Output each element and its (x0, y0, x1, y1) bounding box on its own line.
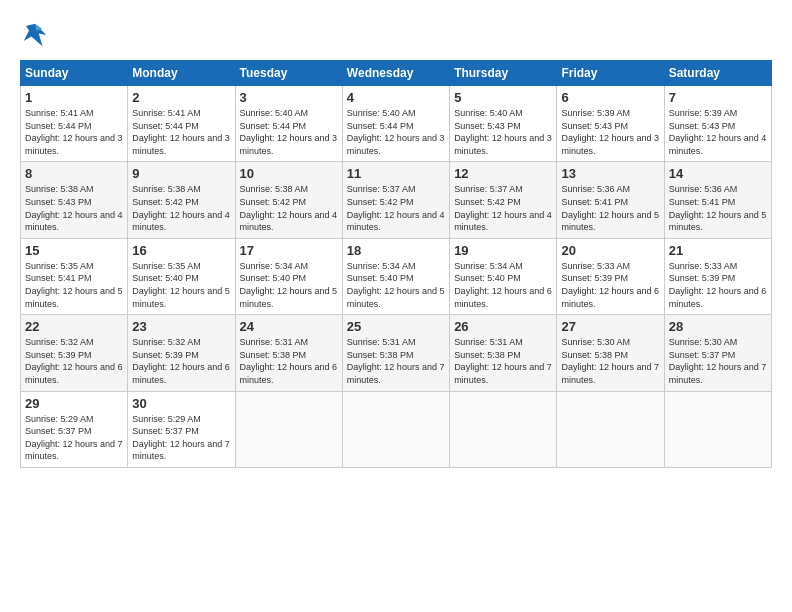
day-info: Sunrise: 5:38 AM Sunset: 5:43 PM Dayligh… (25, 183, 123, 233)
day-info: Sunrise: 5:41 AM Sunset: 5:44 PM Dayligh… (132, 107, 230, 157)
calendar-cell: 5 Sunrise: 5:40 AM Sunset: 5:43 PM Dayli… (450, 86, 557, 162)
calendar-cell: 18 Sunrise: 5:34 AM Sunset: 5:40 PM Dayl… (342, 238, 449, 314)
day-info: Sunrise: 5:39 AM Sunset: 5:43 PM Dayligh… (669, 107, 767, 157)
calendar-cell (450, 391, 557, 467)
day-number: 21 (669, 243, 767, 258)
day-info: Sunrise: 5:37 AM Sunset: 5:42 PM Dayligh… (454, 183, 552, 233)
calendar-cell: 17 Sunrise: 5:34 AM Sunset: 5:40 PM Dayl… (235, 238, 342, 314)
day-info: Sunrise: 5:35 AM Sunset: 5:40 PM Dayligh… (132, 260, 230, 310)
calendar-week-row: 1 Sunrise: 5:41 AM Sunset: 5:44 PM Dayli… (21, 86, 772, 162)
calendar-cell: 13 Sunrise: 5:36 AM Sunset: 5:41 PM Dayl… (557, 162, 664, 238)
calendar-cell: 4 Sunrise: 5:40 AM Sunset: 5:44 PM Dayli… (342, 86, 449, 162)
calendar-cell: 3 Sunrise: 5:40 AM Sunset: 5:44 PM Dayli… (235, 86, 342, 162)
day-number: 29 (25, 396, 123, 411)
weekday-header: Friday (557, 61, 664, 86)
day-number: 10 (240, 166, 338, 181)
calendar-cell (342, 391, 449, 467)
calendar-cell: 26 Sunrise: 5:31 AM Sunset: 5:38 PM Dayl… (450, 315, 557, 391)
day-info: Sunrise: 5:29 AM Sunset: 5:37 PM Dayligh… (132, 413, 230, 463)
day-number: 7 (669, 90, 767, 105)
day-info: Sunrise: 5:30 AM Sunset: 5:37 PM Dayligh… (669, 336, 767, 386)
logo-icon (20, 20, 50, 50)
calendar-cell: 2 Sunrise: 5:41 AM Sunset: 5:44 PM Dayli… (128, 86, 235, 162)
day-info: Sunrise: 5:40 AM Sunset: 5:44 PM Dayligh… (347, 107, 445, 157)
day-info: Sunrise: 5:37 AM Sunset: 5:42 PM Dayligh… (347, 183, 445, 233)
svg-marker-0 (24, 24, 47, 47)
calendar-cell: 11 Sunrise: 5:37 AM Sunset: 5:42 PM Dayl… (342, 162, 449, 238)
day-info: Sunrise: 5:31 AM Sunset: 5:38 PM Dayligh… (347, 336, 445, 386)
day-info: Sunrise: 5:32 AM Sunset: 5:39 PM Dayligh… (132, 336, 230, 386)
day-info: Sunrise: 5:31 AM Sunset: 5:38 PM Dayligh… (240, 336, 338, 386)
calendar-header-row: SundayMondayTuesdayWednesdayThursdayFrid… (21, 61, 772, 86)
day-number: 15 (25, 243, 123, 258)
day-number: 8 (25, 166, 123, 181)
calendar-cell (664, 391, 771, 467)
day-info: Sunrise: 5:38 AM Sunset: 5:42 PM Dayligh… (240, 183, 338, 233)
day-number: 26 (454, 319, 552, 334)
logo (20, 20, 54, 50)
day-number: 24 (240, 319, 338, 334)
day-number: 27 (561, 319, 659, 334)
day-info: Sunrise: 5:34 AM Sunset: 5:40 PM Dayligh… (240, 260, 338, 310)
day-number: 11 (347, 166, 445, 181)
day-number: 17 (240, 243, 338, 258)
calendar-cell: 20 Sunrise: 5:33 AM Sunset: 5:39 PM Dayl… (557, 238, 664, 314)
day-number: 22 (25, 319, 123, 334)
calendar-cell: 30 Sunrise: 5:29 AM Sunset: 5:37 PM Dayl… (128, 391, 235, 467)
day-number: 1 (25, 90, 123, 105)
day-number: 12 (454, 166, 552, 181)
calendar-week-row: 15 Sunrise: 5:35 AM Sunset: 5:41 PM Dayl… (21, 238, 772, 314)
calendar-cell: 14 Sunrise: 5:36 AM Sunset: 5:41 PM Dayl… (664, 162, 771, 238)
day-info: Sunrise: 5:36 AM Sunset: 5:41 PM Dayligh… (669, 183, 767, 233)
day-number: 2 (132, 90, 230, 105)
day-number: 20 (561, 243, 659, 258)
day-info: Sunrise: 5:33 AM Sunset: 5:39 PM Dayligh… (669, 260, 767, 310)
day-number: 30 (132, 396, 230, 411)
day-info: Sunrise: 5:38 AM Sunset: 5:42 PM Dayligh… (132, 183, 230, 233)
calendar-cell: 1 Sunrise: 5:41 AM Sunset: 5:44 PM Dayli… (21, 86, 128, 162)
calendar-cell: 10 Sunrise: 5:38 AM Sunset: 5:42 PM Dayl… (235, 162, 342, 238)
day-number: 4 (347, 90, 445, 105)
calendar-cell: 24 Sunrise: 5:31 AM Sunset: 5:38 PM Dayl… (235, 315, 342, 391)
weekday-header: Monday (128, 61, 235, 86)
day-info: Sunrise: 5:39 AM Sunset: 5:43 PM Dayligh… (561, 107, 659, 157)
calendar-cell: 25 Sunrise: 5:31 AM Sunset: 5:38 PM Dayl… (342, 315, 449, 391)
day-number: 19 (454, 243, 552, 258)
calendar-cell: 15 Sunrise: 5:35 AM Sunset: 5:41 PM Dayl… (21, 238, 128, 314)
day-number: 13 (561, 166, 659, 181)
day-number: 25 (347, 319, 445, 334)
calendar-cell: 27 Sunrise: 5:30 AM Sunset: 5:38 PM Dayl… (557, 315, 664, 391)
header (20, 20, 772, 50)
calendar-cell (557, 391, 664, 467)
calendar-table: SundayMondayTuesdayWednesdayThursdayFrid… (20, 60, 772, 468)
weekday-header: Wednesday (342, 61, 449, 86)
day-info: Sunrise: 5:40 AM Sunset: 5:43 PM Dayligh… (454, 107, 552, 157)
day-info: Sunrise: 5:34 AM Sunset: 5:40 PM Dayligh… (454, 260, 552, 310)
calendar-week-row: 8 Sunrise: 5:38 AM Sunset: 5:43 PM Dayli… (21, 162, 772, 238)
day-number: 9 (132, 166, 230, 181)
day-info: Sunrise: 5:29 AM Sunset: 5:37 PM Dayligh… (25, 413, 123, 463)
calendar-week-row: 29 Sunrise: 5:29 AM Sunset: 5:37 PM Dayl… (21, 391, 772, 467)
day-info: Sunrise: 5:34 AM Sunset: 5:40 PM Dayligh… (347, 260, 445, 310)
day-info: Sunrise: 5:30 AM Sunset: 5:38 PM Dayligh… (561, 336, 659, 386)
day-number: 5 (454, 90, 552, 105)
calendar-cell: 8 Sunrise: 5:38 AM Sunset: 5:43 PM Dayli… (21, 162, 128, 238)
calendar-cell: 21 Sunrise: 5:33 AM Sunset: 5:39 PM Dayl… (664, 238, 771, 314)
day-number: 16 (132, 243, 230, 258)
day-number: 14 (669, 166, 767, 181)
day-number: 23 (132, 319, 230, 334)
calendar-cell: 28 Sunrise: 5:30 AM Sunset: 5:37 PM Dayl… (664, 315, 771, 391)
day-info: Sunrise: 5:36 AM Sunset: 5:41 PM Dayligh… (561, 183, 659, 233)
day-info: Sunrise: 5:31 AM Sunset: 5:38 PM Dayligh… (454, 336, 552, 386)
calendar-cell: 22 Sunrise: 5:32 AM Sunset: 5:39 PM Dayl… (21, 315, 128, 391)
calendar-cell: 12 Sunrise: 5:37 AM Sunset: 5:42 PM Dayl… (450, 162, 557, 238)
page: SundayMondayTuesdayWednesdayThursdayFrid… (0, 0, 792, 612)
calendar-cell: 9 Sunrise: 5:38 AM Sunset: 5:42 PM Dayli… (128, 162, 235, 238)
calendar-cell: 6 Sunrise: 5:39 AM Sunset: 5:43 PM Dayli… (557, 86, 664, 162)
weekday-header: Saturday (664, 61, 771, 86)
day-number: 3 (240, 90, 338, 105)
day-number: 6 (561, 90, 659, 105)
day-number: 18 (347, 243, 445, 258)
weekday-header: Sunday (21, 61, 128, 86)
day-info: Sunrise: 5:41 AM Sunset: 5:44 PM Dayligh… (25, 107, 123, 157)
